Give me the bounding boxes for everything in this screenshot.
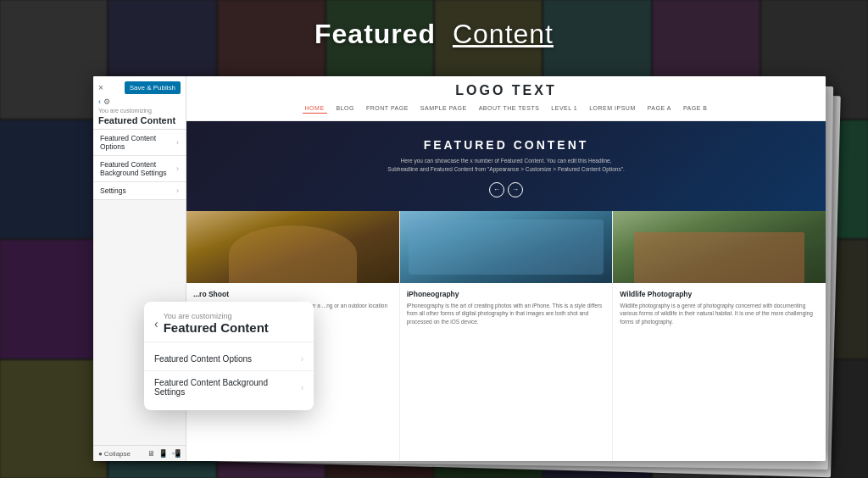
save-publish-button[interactable]: Save & Publish xyxy=(125,81,181,94)
popup-nav-bg-settings[interactable]: Featured Content Background Settings › xyxy=(144,371,314,403)
popup-nav-arrow-icon: › xyxy=(301,383,303,392)
nav-blog[interactable]: BLOG xyxy=(334,103,357,114)
popup-nav-label: Featured Content Background Settings xyxy=(154,378,301,397)
card-content-3: Wildlife Photography Wildlife photograph… xyxy=(613,283,826,462)
nav-front-page[interactable]: FRONT PAGE xyxy=(364,103,411,114)
nav-about-tests[interactable]: ABOUT THE TESTS xyxy=(476,103,542,114)
back-arrow-icon[interactable]: ‹ xyxy=(98,97,101,106)
site-nav: HOME BLOG FRONT PAGE SAMPLE PAGE ABOUT T… xyxy=(303,103,710,114)
hero-subtitle: Here you can showcase the x number of Fe… xyxy=(387,157,625,174)
card-image-2 xyxy=(400,211,613,283)
card-text-3: Wildlife photography is a genre of photo… xyxy=(620,302,819,326)
card-title-2: iPhoneography xyxy=(407,290,606,298)
site-logo: LOGO TEXT xyxy=(455,83,556,98)
nav-item-settings[interactable]: Settings › xyxy=(93,182,186,200)
title-bold: Featured xyxy=(314,19,436,49)
customizer-close-row: × Save & Publish xyxy=(98,81,181,94)
card-title-3: Wildlife Photography xyxy=(620,290,819,298)
nav-item-bg-settings[interactable]: Featured Content Background Settings › xyxy=(93,156,186,182)
nav-sample-page[interactable]: SAMPLE PAGE xyxy=(418,103,470,114)
nav-home[interactable]: HOME xyxy=(303,103,327,114)
page-title: Featured Content xyxy=(314,19,554,50)
content-card-3: Wildlife Photography Wildlife photograph… xyxy=(613,211,826,462)
nav-page-b[interactable]: PAGE B xyxy=(681,103,710,114)
nav-chevron-icon: › xyxy=(176,186,179,195)
card-image-1 xyxy=(186,211,399,283)
site-hero: FEATURED CONTENT Here you can showcase t… xyxy=(186,121,826,211)
nav-item-label: Settings xyxy=(100,186,126,195)
collapse-label: Collapse xyxy=(104,450,131,458)
main-layer: Featured Content × Save & Publish ‹ ⚙ xyxy=(0,0,868,478)
card-content-2: iPhoneography iPhoneography is the art o… xyxy=(400,283,613,462)
nav-chevron-icon: › xyxy=(176,164,179,173)
ui-stack: × Save & Publish ‹ ⚙ You are customizing… xyxy=(93,76,826,461)
popup-breadcrumb: You are customizing xyxy=(164,312,269,320)
tablet-icon[interactable]: 📱 xyxy=(159,449,168,458)
gear-icon: ⚙ xyxy=(103,97,110,106)
title-light: Content xyxy=(453,19,554,49)
nav-lorem[interactable]: LOREM IPSUM xyxy=(587,103,638,114)
close-button[interactable]: × xyxy=(98,83,103,92)
hero-prev-button[interactable]: ← xyxy=(489,182,504,197)
popup-back-arrow-icon[interactable]: ‹ xyxy=(154,317,159,331)
card-text-2: iPhoneography is the art of creating pho… xyxy=(407,302,606,326)
site-header: LOGO TEXT HOME BLOG FRONT PAGE SAMPLE PA… xyxy=(186,76,826,121)
breadcrumb-prefix: You are customizing xyxy=(98,108,181,114)
popup-back-row: ‹ You are customizing Featured Content xyxy=(144,312,314,342)
nav-level1[interactable]: LEVEL 1 xyxy=(548,103,580,114)
customizer-bottom-bar: ● Collapse 🖥 📱 📲 xyxy=(93,445,186,461)
hero-title: FEATURED CONTENT xyxy=(200,138,812,152)
card-image-3 xyxy=(613,211,826,283)
popup-panel: ‹ You are customizing Featured Content F… xyxy=(144,302,314,410)
customizer-panel-title: Featured Content xyxy=(98,115,181,125)
mobile-icon[interactable]: 📲 xyxy=(171,449,181,458)
card-title-1: ...ro Shoot xyxy=(193,290,392,298)
collapse-button[interactable]: ● Collapse xyxy=(98,450,131,458)
popup-header-text: You are customizing Featured Content xyxy=(164,312,269,335)
nav-item-label: Featured Content Background Settings xyxy=(100,160,176,177)
hero-nav-arrows: ← → xyxy=(200,182,812,197)
content-card-2: iPhoneography iPhoneography is the art o… xyxy=(400,211,614,462)
hero-next-button[interactable]: → xyxy=(508,182,523,197)
nav-page-a[interactable]: PAGE A xyxy=(645,103,674,114)
popup-nav-featured-options[interactable]: Featured Content Options › xyxy=(144,347,314,371)
customizer-header: × Save & Publish ‹ ⚙ You are customizing… xyxy=(93,76,186,130)
popup-title: Featured Content xyxy=(164,320,269,335)
popup-nav-label: Featured Content Options xyxy=(154,354,252,364)
nav-item-label: Featured Content Options xyxy=(100,134,176,151)
breadcrumb-row: ‹ ⚙ xyxy=(98,97,181,106)
popup-nav-arrow-icon: › xyxy=(301,354,303,364)
nav-chevron-icon: › xyxy=(176,138,179,147)
nav-item-featured-options[interactable]: Featured Content Options › xyxy=(93,130,186,156)
collapse-icon: ● xyxy=(98,450,103,458)
device-icons: 🖥 📱 📲 xyxy=(147,449,181,458)
desktop-icon[interactable]: 🖥 xyxy=(147,449,155,458)
